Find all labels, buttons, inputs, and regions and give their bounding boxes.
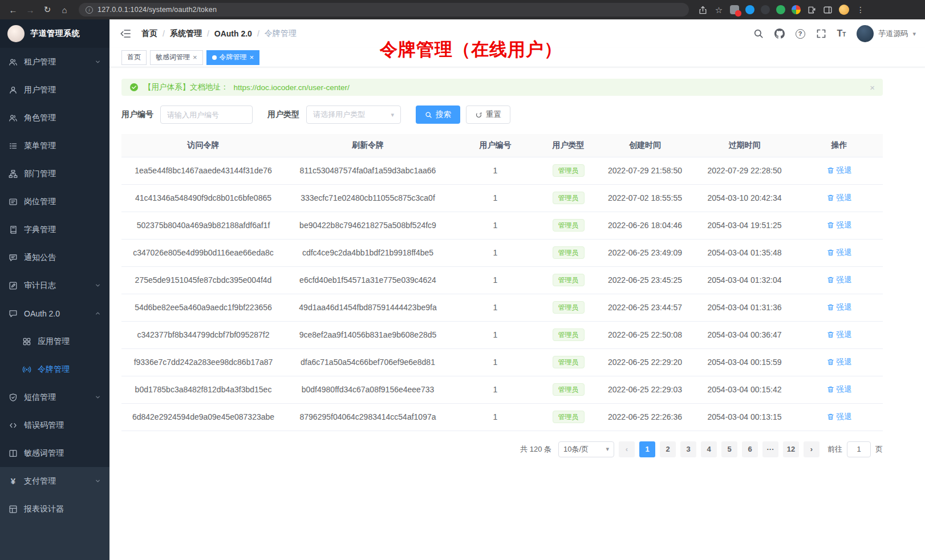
extension-icon-5[interactable] (792, 5, 801, 14)
force-logout-button[interactable]: 强退 (827, 357, 852, 367)
chevron-down-icon (95, 59, 101, 65)
extension-icon-2[interactable] (745, 5, 754, 14)
page-button-6[interactable]: 6 (742, 441, 758, 457)
sidebar-item-dept[interactable]: 部门管理 (0, 160, 109, 188)
close-icon[interactable]: × (193, 54, 197, 61)
force-logout-button[interactable]: 强退 (827, 412, 852, 422)
user-type-select[interactable]: 请选择用户类型 ▾ (306, 105, 401, 124)
close-icon[interactable]: × (250, 54, 254, 61)
role-users-icon (9, 113, 18, 123)
breadcrumb-item-system[interactable]: 系统管理 (170, 29, 202, 39)
force-logout-button[interactable]: 强退 (827, 247, 852, 258)
prev-page-button[interactable]: ‹ (619, 441, 635, 457)
col-expires-at: 过期时间 (693, 134, 796, 157)
expires-at-cell: 2054-03-04 19:51:25 (693, 212, 796, 239)
doc-link[interactable]: https://doc.iocoder.cn/user-center/ (234, 83, 350, 92)
home-icon[interactable]: ⌂ (57, 2, 72, 17)
delete-icon (827, 358, 834, 366)
sidebar-item-label: 租户管理 (24, 57, 56, 67)
force-logout-button[interactable]: 强退 (827, 220, 852, 230)
list-icon (9, 141, 18, 151)
page-button-12[interactable]: 12 (783, 441, 799, 457)
side-panel-icon[interactable] (823, 5, 833, 15)
share-icon[interactable] (698, 5, 708, 15)
force-logout-button[interactable]: 强退 (827, 330, 852, 340)
sidebar-item-oauth[interactable]: OAuth 2.0 (0, 299, 109, 327)
sidebar-item-user[interactable]: 用户管理 (0, 76, 109, 104)
tab-sensitive-word[interactable]: 敏感词管理 × (150, 50, 203, 65)
sidebar-item-tenant[interactable]: 租户管理 (0, 48, 109, 76)
sidebar-item-dict[interactable]: 字典管理 (0, 216, 109, 244)
sidebar-item-oauth-app[interactable]: 应用管理 (0, 327, 109, 355)
force-logout-button[interactable]: 强退 (827, 275, 852, 285)
goto-page-input[interactable] (847, 441, 871, 457)
github-icon[interactable] (774, 29, 785, 39)
sidebar-item-pay[interactable]: ¥ 支付管理 (0, 467, 109, 495)
sidebar-item-post[interactable]: 岗位管理 (0, 188, 109, 216)
sidebar-item-oauth-token[interactable]: 令牌管理 (0, 355, 109, 383)
force-logout-button[interactable]: 强退 (827, 193, 852, 203)
page-button-4[interactable]: 4 (701, 441, 717, 457)
sidebar-item-label: 短信管理 (24, 392, 56, 403)
breadcrumb-item-home[interactable]: 首页 (141, 29, 157, 39)
forward-icon[interactable]: → (23, 2, 38, 17)
extensions-puzzle-icon[interactable] (807, 5, 817, 15)
font-size-icon[interactable]: TT (837, 29, 846, 38)
browser-profile-avatar[interactable] (839, 5, 849, 15)
table-row: 275e5de9151045fe87cbdc395e004f4d e6cfd40… (121, 266, 883, 294)
user-type-badge: 管理员 (553, 192, 585, 204)
tab-home[interactable]: 首页 (121, 50, 147, 65)
page-more-button[interactable]: ··· (762, 441, 778, 457)
created-at-cell: 2022-06-25 22:26:36 (597, 403, 693, 431)
sidebar-item-label: 错误码管理 (24, 420, 64, 431)
site-info-icon[interactable]: i (86, 6, 93, 14)
reset-button[interactable]: 重置 (466, 105, 510, 124)
fullscreen-icon[interactable] (816, 29, 826, 39)
extension-icon-3[interactable] (761, 5, 770, 14)
breadcrumb-item-oauth[interactable]: OAuth 2.0 (214, 29, 252, 38)
force-logout-button[interactable]: 强退 (827, 384, 852, 395)
page-button-2[interactable]: 2 (660, 441, 676, 457)
expires-at-cell: 2022-07-29 22:28:50 (693, 157, 796, 184)
back-icon[interactable]: ← (6, 2, 21, 17)
page-size-select[interactable]: 10条/页 ▾ (558, 441, 614, 457)
search-icon[interactable] (753, 29, 764, 39)
force-logout-button[interactable]: 强退 (827, 302, 852, 313)
help-icon[interactable]: ? (796, 29, 805, 39)
app-logo[interactable]: 芋道管理系统 (0, 19, 109, 48)
user-menu[interactable]: 芋道源码 ▾ (857, 25, 916, 42)
sidebar-item-report-designer[interactable]: 报表设计器 (0, 495, 109, 523)
sidebar-item-sensitive-word[interactable]: 敏感词管理 (0, 439, 109, 467)
page-button-5[interactable]: 5 (721, 441, 737, 457)
page-button-3[interactable]: 3 (680, 441, 696, 457)
user-type-label: 用户类型 (267, 109, 299, 120)
table-row: f9336e7c7dd242a283ee98dc86b17a87 dfa6c71… (121, 348, 883, 376)
extension-icon-4[interactable] (776, 5, 785, 14)
reload-icon[interactable]: ↻ (40, 2, 55, 17)
user-id-input[interactable] (160, 105, 253, 124)
sidebar-fold-icon[interactable] (120, 28, 131, 39)
sidebar-item-menu[interactable]: 菜单管理 (0, 132, 109, 160)
sidebar-item-sms[interactable]: 短信管理 (0, 383, 109, 411)
next-page-button[interactable]: › (804, 441, 819, 457)
force-logout-button[interactable]: 强退 (827, 165, 852, 176)
user-id-label: 用户编号 (121, 109, 153, 120)
sidebar-item-role[interactable]: 角色管理 (0, 104, 109, 132)
sidebar-item-notice[interactable]: 通知公告 (0, 244, 109, 271)
bookmark-star-icon[interactable]: ☆ (714, 5, 724, 15)
page-button-1[interactable]: 1 (639, 441, 655, 457)
tab-token[interactable]: 令牌管理 × (206, 50, 260, 65)
sidebar-item-audit-log[interactable]: 审计日志 (0, 271, 109, 299)
logo-avatar-image (7, 25, 25, 42)
extension-icon-1[interactable] (730, 5, 739, 14)
tab-label: 令牌管理 (220, 52, 247, 62)
url-bar[interactable]: i 127.0.0.1:1024/system/oauth2/token (79, 3, 689, 17)
alert-close-icon[interactable]: × (870, 83, 875, 92)
user-type-cell: 管理员 (540, 184, 597, 212)
force-logout-label: 强退 (837, 302, 852, 313)
expires-at-cell: 2054-03-04 01:31:36 (693, 294, 796, 321)
sidebar-item-error-code[interactable]: 错误码管理 (0, 411, 109, 439)
search-button[interactable]: 搜索 (416, 105, 460, 124)
browser-menu-kebab-icon[interactable]: ⋮ (855, 5, 866, 14)
expires-at-cell: 2054-03-04 00:36:47 (693, 321, 796, 348)
